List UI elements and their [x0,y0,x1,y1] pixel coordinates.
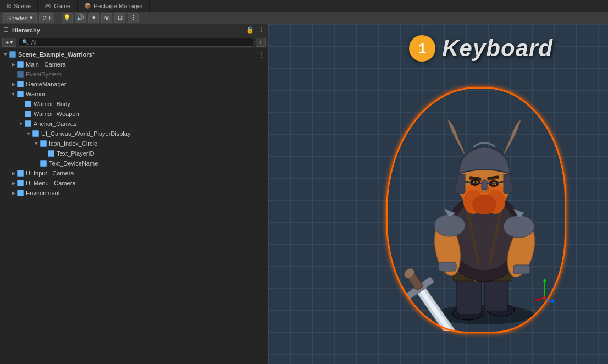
scene-expand-arrow[interactable] [2,51,9,58]
add-object-button[interactable]: + ▾ [2,38,16,47]
light-toggle-button[interactable]: 💡 [62,13,73,23]
scene-tab-label: Scene [14,3,31,9]
game-tab-label: Game [54,3,70,9]
main-camera-arrow[interactable] [10,61,16,68]
svg-rect-37 [482,180,487,190]
hierarchy-title: Hierarchy [12,27,40,34]
tree-item-text-devicename[interactable]: Text_DeviceName [0,158,268,168]
shading-label: Shaded [7,15,28,21]
scene-toolbar: Shaded ▾ 2D 💡 🔊 ✦ 👁 ⊞ ⋮ [0,12,608,24]
eventsystem-label: EventSystem [26,71,62,78]
tree-item-environment[interactable]: Environment [0,188,268,198]
tab-scene[interactable]: ⊞ Scene [0,0,38,12]
tree-item-ui-canvas-world[interactable]: UI_Canvas_World_PlayerDisplay [0,129,268,139]
environment-icon [16,189,24,197]
audio-toggle-button[interactable]: 🔊 [75,13,86,23]
more-options-button[interactable]: ⋮ [128,13,139,23]
anchor-canvas-icon [24,120,32,128]
svg-rect-41 [513,265,530,274]
tree-item-eventsystem[interactable]: EventSystem [0,69,268,79]
tab-game[interactable]: 🎮 Game [38,0,78,12]
occlusion-button[interactable]: 👁 [101,13,112,23]
gamemanager-arrow[interactable] [10,81,16,87]
ui-canvas-world-label: UI_Canvas_World_PlayerDisplay [41,130,130,137]
anchor-canvas-arrow[interactable] [18,120,24,127]
shading-dropdown[interactable]: Shaded ▾ [3,13,37,23]
viewport-panel: 1 Keyboard [268,24,608,364]
ui-menu-camera-arrow[interactable] [10,180,16,186]
eventsystem-icon [16,70,24,78]
tree-item-warrior[interactable]: Warrior [0,89,268,99]
scene-view[interactable]: 1 Keyboard [268,24,608,364]
tree-item-anchor-canvas[interactable]: Anchor_Canvas [0,119,268,129]
text-playerid-icon [47,150,55,157]
ui-canvas-world-icon [32,130,40,137]
badge-number: 1 [409,35,435,62]
transform-gizmo [531,276,559,304]
tree-item-ui-input-camera[interactable]: UI Input - Camera [0,168,268,178]
scene-root-item[interactable]: Scene_Example_Warriors* ⋮ [0,49,268,59]
tree-item-main-camera[interactable]: Main - Camera [0,59,268,69]
game-tab-icon: 🎮 [45,3,51,9]
gamemanager-icon [16,80,24,88]
tab-package-manager[interactable]: 📦 Package Manager [78,0,150,12]
text-devicename-label: Text_DeviceName [49,160,98,167]
toolbar-separator [58,14,58,22]
ui-input-camera-icon [16,169,24,177]
tree-item-gamemanager[interactable]: GameManager [0,79,268,89]
tree-item-text-playerid[interactable]: Text_PlayerID [0,148,268,158]
hierarchy-title-area: ☰ Hierarchy [3,26,40,34]
ui-input-camera-arrow[interactable] [10,170,16,177]
main-camera-icon [16,60,24,68]
hierarchy-menu-icon: ☰ [3,26,9,34]
add-icon: + [5,39,9,46]
hierarchy-panel: ☰ Hierarchy 🔒 ⋮ + ▾ 🔍 ↕ [0,24,268,364]
hierarchy-lock-icon[interactable]: 🔒 [246,26,254,34]
icon-index-circle-arrow[interactable] [33,140,40,147]
scene-name: Scene_Example_Warriors* [18,51,95,58]
environment-arrow[interactable] [10,190,16,196]
warrior-arrow[interactable] [10,91,16,97]
ui-canvas-world-arrow[interactable] [25,130,32,137]
tree-item-icon-index-circle[interactable]: Icon_Index_Circle [0,139,268,148]
anchor-canvas-label: Anchor_Canvas [34,120,76,127]
keyboard-badge: 1 Keyboard [409,35,553,62]
top-tab-bar: ⊞ Scene 🎮 Game 📦 Package Manager [0,0,608,12]
scene-icon [9,51,16,58]
svg-marker-43 [543,278,546,282]
ui-menu-camera-icon [16,179,24,187]
2d-label: 2D [43,15,51,21]
tree-item-ui-menu-camera[interactable]: UI Menu - Camera [0,178,268,188]
tree-item-warrior-body[interactable]: Warrior_Body [0,99,268,109]
warrior-weapon-label: Warrior_Weapon [34,111,79,117]
add-label: ▾ [10,38,13,46]
shading-chevron-icon: ▾ [30,14,33,21]
pkg-tab-label: Package Manager [93,3,142,9]
main-camera-label: Main - Camera [26,61,66,68]
scene-context-menu[interactable]: ⋮ [256,50,268,59]
hierarchy-header: ☰ Hierarchy 🔒 ⋮ [0,24,268,36]
svg-point-25 [472,195,496,214]
hierarchy-tree: Scene_Example_Warriors* ⋮ Main - Camera … [0,48,268,364]
svg-marker-45 [535,298,539,301]
svg-point-48 [543,296,546,300]
icon-index-circle-label: Icon_Index_Circle [49,140,97,147]
gizmos-button[interactable]: ⊞ [114,13,125,23]
warrior-body-label: Warrior_Body [34,101,70,107]
2d-button[interactable]: 2D [39,13,54,23]
search-box: 🔍 [19,38,253,47]
search-input[interactable] [31,39,250,46]
ui-input-camera-label: UI Input - Camera [26,170,74,177]
scene-tab-icon: ⊞ [7,3,11,9]
main-content: ☰ Hierarchy 🔒 ⋮ + ▾ 🔍 ↕ [0,24,608,364]
sort-button[interactable]: ↕ [256,38,266,47]
warrior-body-icon [24,100,32,108]
pkg-tab-icon: 📦 [84,3,91,9]
tree-item-warrior-weapon[interactable]: Warrior_Weapon [0,109,268,119]
icon-index-circle-icon [40,140,47,147]
warrior-character [388,89,564,331]
hierarchy-more-icon[interactable]: ⋮ [258,26,264,34]
badge-text: Keyboard [442,35,553,62]
hierarchy-toolbar: + ▾ 🔍 ↕ [0,36,268,48]
fx-toggle-button[interactable]: ✦ [88,13,99,23]
